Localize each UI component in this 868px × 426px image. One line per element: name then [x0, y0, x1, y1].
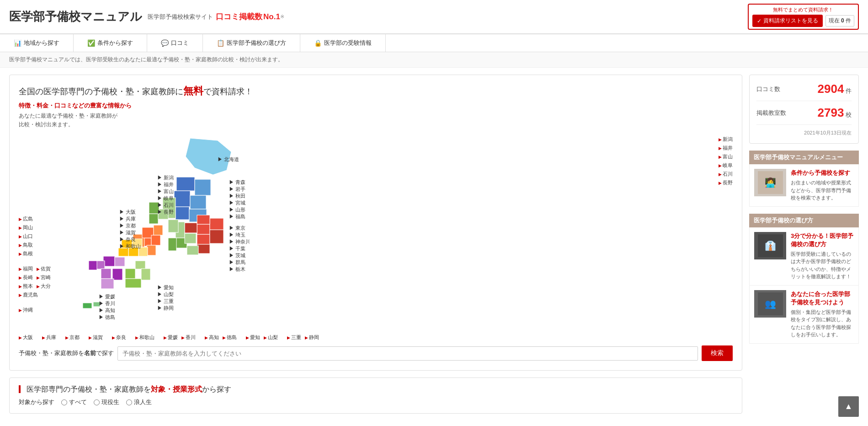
request-list-button[interactable]: ✓ 資料請求リストを見る: [752, 15, 823, 27]
region-shimane[interactable]: ▶島根: [19, 250, 33, 257]
map-okinawa-shape[interactable]: [83, 303, 92, 308]
svg-text:▶ 宮城: ▶ 宮城: [229, 200, 245, 205]
map-kagawa[interactable]: [135, 261, 145, 269]
region-tokushima[interactable]: ▶徳島: [223, 334, 237, 341]
map-kumamoto-shape[interactable]: [101, 269, 111, 279]
map-nara[interactable]: [151, 235, 160, 245]
region-hiroshima[interactable]: ▶広島: [19, 216, 33, 222]
radio-all-input[interactable]: [61, 399, 67, 405]
map-saga-shape[interactable]: [96, 261, 105, 269]
region-mie[interactable]: ▶三重: [287, 334, 301, 341]
svg-text:▶ 静岡: ▶ 静岡: [157, 305, 174, 311]
map-gunma[interactable]: [185, 223, 197, 233]
region-row-fukuoka-saga: ▶福岡 ▶佐賀: [19, 265, 51, 272]
map-ibaraki[interactable]: [210, 218, 224, 230]
map-kanagawa[interactable]: [197, 244, 210, 253]
svg-text:▶ 神奈川: ▶ 神奈川: [229, 239, 250, 244]
region-oita[interactable]: ▶大分: [37, 283, 51, 290]
region-nagano[interactable]: ▶長野: [719, 179, 733, 186]
count-unit: 件: [846, 17, 851, 24]
sidebar: 口コミ数 2904 件 掲載教室数 2793 校 2021年10月13日現在 医…: [749, 75, 859, 414]
region-okinawa[interactable]: ▶沖縄: [19, 307, 33, 313]
title-free: 無料: [183, 85, 203, 97]
map-ehime[interactable]: [125, 269, 135, 279]
map-gifu[interactable]: [168, 220, 178, 232]
region-niigata[interactable]: ▶新潟: [719, 136, 733, 143]
region-nara[interactable]: ▶奈良: [112, 334, 126, 341]
map-miyagi[interactable]: [190, 195, 206, 209]
map-section: ▶広島 ▶岡山 ▶山口 ▶鳥取 ▶島根: [19, 134, 733, 327]
search-button[interactable]: 検索: [702, 345, 733, 361]
region-aichi[interactable]: ▶愛知: [246, 334, 260, 341]
map-fukuoka-shape[interactable]: [103, 256, 115, 266]
map-kochi[interactable]: [125, 279, 141, 288]
search-input[interactable]: [117, 346, 698, 361]
sidebar-howto-item-1[interactable]: 👔 3分で分かる！医学部予備校の選び方 医学部受験に適しているのは大手か医学部予…: [749, 227, 859, 286]
map-saitama[interactable]: [197, 224, 210, 234]
sidebar-menu-item-search[interactable]: 👩‍💻 条件から予備校を探す お住まいの地域や授業形式などから、医学部専門予備校…: [749, 164, 859, 207]
map-iwate[interactable]: [195, 179, 211, 195]
map-tochigi[interactable]: [197, 215, 210, 224]
map-nagasaki-shape[interactable]: [89, 261, 97, 270]
map-shiga[interactable]: [154, 225, 163, 235]
map-akita[interactable]: [174, 191, 190, 207]
region-kagoshima[interactable]: ▶鹿児島: [19, 291, 38, 298]
nav-condition-label: 条件から探す: [97, 39, 133, 47]
radio-ronin[interactable]: 浪人生: [126, 398, 152, 406]
japan-map-svg: ▶ 北海道 ▶ 青森 ▶ 岩手 ▶ 秋田 ▶ 宮城 ▶ 山形 ▶ 福島 ▶ 東京…: [58, 134, 250, 326]
map-mie[interactable]: [168, 238, 176, 251]
region-fukuoka[interactable]: ▶福岡: [19, 265, 33, 272]
region-wakayama[interactable]: ▶和歌山: [135, 334, 154, 341]
region-okayama[interactable]: ▶岡山: [19, 224, 33, 231]
region-miyazaki[interactable]: ▶宮崎: [37, 274, 51, 281]
region-yamanashi[interactable]: ▶山梨: [264, 334, 278, 341]
map-chiba[interactable]: [210, 230, 224, 243]
map-aomori[interactable]: [176, 177, 195, 191]
region-ishikawa[interactable]: ▶石川: [719, 171, 733, 178]
map-tokyo[interactable]: [197, 234, 210, 244]
nav-item-review[interactable]: 💬 口コミ: [147, 34, 203, 52]
nav-item-region[interactable]: 📊 地域から探す: [0, 34, 74, 52]
svg-text:▶ 和歌山: ▶ 和歌山: [119, 243, 141, 249]
nav-item-condition[interactable]: ✅ 条件から探す: [74, 34, 147, 52]
region-nagasaki[interactable]: ▶長崎: [19, 274, 33, 281]
region-kumamoto[interactable]: ▶熊本: [19, 283, 33, 290]
map-fukui[interactable]: [149, 214, 158, 224]
nav-item-exam[interactable]: 🔒 医学部の受験情報: [300, 34, 386, 52]
radio-ronin-input[interactable]: [126, 399, 132, 405]
nav-item-howto[interactable]: 📋 医学部予備校の選び方: [203, 34, 300, 52]
map-wakayama[interactable]: [147, 245, 156, 255]
region-shizuoka[interactable]: ▶静岡: [305, 334, 319, 341]
region-osaka[interactable]: ▶大阪: [19, 334, 33, 341]
region-kochi[interactable]: ▶高知: [205, 334, 219, 341]
region-fukui[interactable]: ▶福井: [719, 145, 733, 151]
svg-text:▶ 埼玉: ▶ 埼玉: [229, 232, 245, 237]
region-gifu[interactable]: ▶岐阜: [719, 162, 733, 169]
map-yamanashi[interactable]: [185, 233, 196, 243]
map-shizuoka[interactable]: [187, 246, 198, 255]
map-yamagata[interactable]: [176, 207, 189, 220]
region-row-tottori: ▶鳥取: [19, 242, 51, 248]
map-miyazaki-shape[interactable]: [112, 269, 122, 280]
target-radio-row: 対象から探す すべて 現役生 浪人生: [19, 398, 733, 406]
region-kagawa[interactable]: ▶香川: [181, 334, 196, 341]
map-kagoshima-shape[interactable]: [101, 279, 114, 289]
region-saga[interactable]: ▶佐賀: [37, 265, 51, 272]
region-shiga[interactable]: ▶滋賀: [89, 334, 103, 341]
region-row-toyama: ▶富山: [719, 153, 733, 160]
map-yamaguchi-shape[interactable]: [118, 248, 128, 256]
region-ehime[interactable]: ▶愛媛: [164, 334, 178, 341]
sidebar-howto-item-2[interactable]: 👥 あなたに合った医学部予備校を見つけよう 個別・集団など医学部予備校をタイプ別…: [749, 286, 859, 344]
map-tokushima[interactable]: [141, 269, 150, 280]
radio-current-input[interactable]: [94, 399, 100, 405]
region-hyogo[interactable]: ▶兵庫: [42, 334, 56, 341]
sidebar-howto-item1-desc: 医学部受験に適しているのは大手か医学部予備校のどちらがいいのか、特徴やメリットを…: [791, 250, 854, 280]
map-oita-shape[interactable]: [115, 257, 125, 266]
radio-all[interactable]: すべて: [61, 398, 87, 406]
radio-current[interactable]: 現役生: [94, 398, 119, 406]
region-toyama[interactable]: ▶富山: [719, 153, 733, 160]
region-tottori[interactable]: ▶鳥取: [19, 242, 33, 248]
region-yamaguchi[interactable]: ▶山口: [19, 233, 33, 240]
scroll-top-button[interactable]: ▲: [838, 396, 859, 417]
region-kyoto[interactable]: ▶京都: [65, 334, 80, 341]
